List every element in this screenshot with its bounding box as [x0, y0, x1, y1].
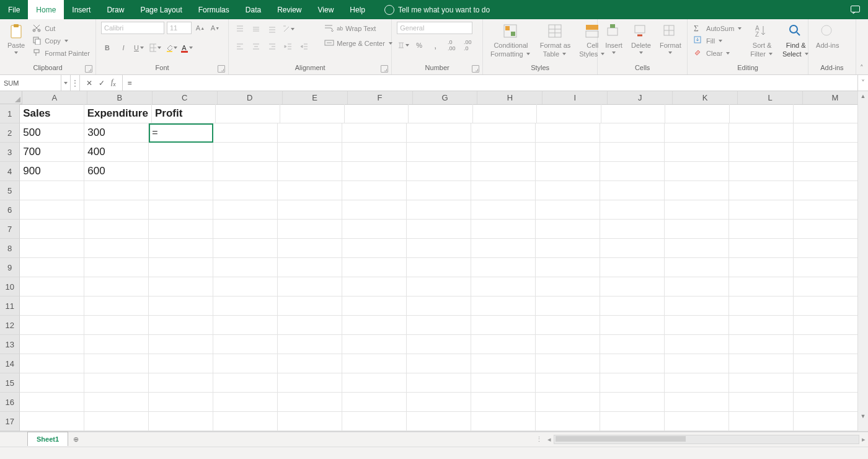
comma-button[interactable]: , — [429, 39, 441, 51]
clear-button[interactable]: Clear — [693, 48, 744, 59]
enter-formula-icon[interactable]: ✓ — [99, 79, 105, 87]
cell[interactable] — [278, 181, 342, 200]
cell[interactable] — [665, 412, 729, 431]
column-header[interactable]: F — [348, 91, 413, 104]
cell[interactable] — [149, 277, 213, 296]
row-header[interactable]: 17 — [0, 412, 20, 431]
select-all-corner[interactable] — [0, 91, 22, 104]
cell[interactable] — [665, 239, 729, 258]
formula-bar[interactable]: = — [123, 75, 857, 91]
row-header[interactable]: 9 — [0, 258, 20, 277]
accounting-format-icon[interactable] — [397, 39, 409, 51]
cell[interactable] — [20, 412, 84, 431]
cell[interactable] — [471, 335, 536, 354]
cell[interactable] — [278, 220, 342, 239]
bold-button[interactable]: B — [101, 42, 113, 54]
cell[interactable] — [665, 316, 729, 335]
number-format-select[interactable] — [397, 22, 472, 34]
column-header[interactable]: A — [22, 91, 87, 104]
cell[interactable] — [84, 393, 149, 412]
cell[interactable] — [342, 354, 407, 373]
row-header[interactable]: 11 — [0, 296, 20, 316]
cell[interactable] — [213, 335, 278, 354]
cell[interactable] — [407, 296, 471, 316]
cell[interactable] — [794, 220, 858, 239]
cancel-formula-icon[interactable]: ✕ — [86, 79, 92, 87]
cell[interactable] — [213, 143, 278, 162]
row-header[interactable]: 3 — [0, 143, 20, 162]
cell[interactable] — [407, 354, 471, 373]
cell[interactable] — [471, 200, 536, 220]
row-header[interactable]: 13 — [0, 335, 20, 354]
cell[interactable] — [149, 335, 213, 354]
cell[interactable] — [84, 373, 149, 393]
cell[interactable] — [149, 316, 213, 335]
tab-file[interactable]: File — [0, 0, 28, 19]
cell[interactable] — [278, 200, 342, 220]
cell[interactable] — [407, 373, 471, 393]
cell[interactable]: Profit — [152, 104, 216, 123]
cut-button[interactable]: Cut — [31, 23, 91, 34]
cell[interactable] — [84, 200, 149, 220]
cell[interactable] — [20, 258, 84, 277]
row-header[interactable]: 15 — [0, 373, 20, 393]
cell[interactable] — [794, 296, 858, 316]
sheet-tab[interactable]: Sheet1 — [27, 432, 68, 446]
cell[interactable] — [729, 393, 794, 412]
cell[interactable] — [471, 239, 536, 258]
expand-formula-bar-icon[interactable]: ˅ — [857, 75, 868, 91]
cell[interactable] — [600, 162, 665, 181]
increase-indent-icon[interactable] — [298, 40, 311, 53]
name-box[interactable]: SUM — [0, 75, 61, 91]
cell[interactable] — [407, 239, 471, 258]
cell[interactable] — [665, 200, 729, 220]
cell[interactable] — [794, 239, 858, 258]
cell[interactable] — [794, 335, 858, 354]
cell[interactable] — [794, 316, 858, 335]
cell[interactable] — [213, 162, 278, 181]
column-header[interactable]: D — [218, 91, 283, 104]
cell[interactable] — [278, 354, 342, 373]
format-as-table-button[interactable]: Format asTable — [538, 22, 574, 59]
cell[interactable] — [407, 162, 471, 181]
align-left-icon[interactable] — [234, 40, 246, 53]
column-header[interactable]: B — [87, 91, 153, 104]
cell[interactable] — [342, 200, 407, 220]
cell[interactable] — [665, 373, 729, 393]
scroll-up-icon[interactable]: ▲ — [858, 91, 868, 101]
cell[interactable] — [729, 335, 794, 354]
cell[interactable] — [600, 316, 665, 335]
paste-button[interactable]: Paste — [5, 22, 27, 56]
cell[interactable] — [84, 335, 149, 354]
cell[interactable]: 300 — [84, 123, 149, 143]
cell[interactable] — [213, 373, 278, 393]
cell[interactable] — [278, 143, 342, 162]
cell[interactable] — [149, 296, 213, 316]
cell[interactable] — [84, 258, 149, 277]
cell[interactable] — [342, 335, 407, 354]
cell[interactable] — [149, 123, 213, 143]
cell[interactable] — [213, 239, 278, 258]
cell[interactable] — [471, 143, 536, 162]
cell[interactable] — [471, 412, 536, 431]
tell-me-input[interactable]: Tell me what you want to do — [398, 6, 490, 14]
percent-button[interactable]: % — [413, 39, 425, 51]
cell[interactable] — [20, 373, 84, 393]
cell[interactable] — [20, 335, 84, 354]
cell[interactable] — [600, 373, 665, 393]
name-box-options[interactable]: ⋮ — [71, 75, 80, 91]
tab-formulas[interactable]: Formulas — [190, 0, 237, 19]
format-painter-button[interactable]: Format Painter — [31, 48, 91, 59]
row-header[interactable]: 6 — [0, 200, 20, 220]
cell[interactable] — [665, 104, 730, 123]
cell[interactable] — [665, 296, 729, 316]
column-header[interactable]: J — [608, 91, 673, 104]
cell[interactable] — [149, 393, 213, 412]
cell[interactable] — [536, 258, 600, 277]
cell[interactable] — [665, 123, 729, 143]
horizontal-scrollbar[interactable]: ⋮ ◂ ▸ — [533, 432, 868, 447]
cell[interactable] — [278, 239, 342, 258]
insert-cells-button[interactable]: Insert — [603, 22, 625, 56]
fill-color-button[interactable] — [166, 42, 178, 54]
cell[interactable] — [278, 393, 342, 412]
